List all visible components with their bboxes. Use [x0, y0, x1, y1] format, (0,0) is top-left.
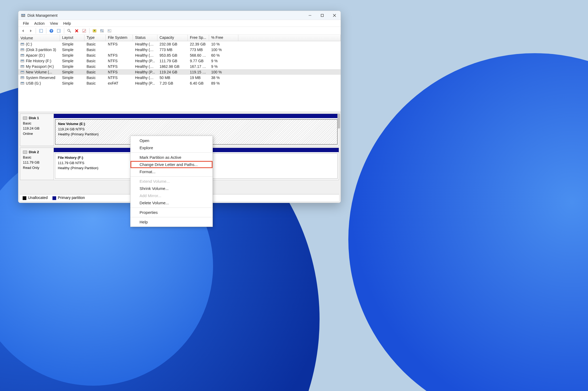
- partition-detail: 119.24 GB NTFS: [58, 127, 334, 132]
- disk-name: Disk 1: [29, 115, 39, 121]
- delete-button[interactable]: [74, 28, 80, 34]
- ctx-sep-3: [130, 207, 213, 208]
- volume-row[interactable]: (C:)SimpleBasicNTFSHealthy (B...232.08 G…: [18, 41, 341, 47]
- volume-name: New Volume (...: [26, 70, 52, 74]
- minimize-button[interactable]: [304, 11, 316, 20]
- volume-capacity: 953.85 GB: [157, 53, 188, 57]
- action-2-button[interactable]: [99, 28, 105, 34]
- menu-help[interactable]: Help: [61, 21, 74, 26]
- refresh-button[interactable]: [56, 28, 62, 34]
- col-filesystem[interactable]: File System: [106, 35, 133, 41]
- volume-row[interactable]: Apacer (D:)SimpleBasicNTFSHealthy (B...9…: [18, 52, 341, 58]
- col-pctfree[interactable]: % Free: [209, 35, 238, 41]
- ctx-format[interactable]: Format...: [130, 168, 213, 175]
- volume-list-header: Volume Layout Type File System Status Ca…: [18, 35, 341, 41]
- ctx-open[interactable]: Open: [130, 137, 213, 144]
- ctx-shrink-volume[interactable]: Shrink Volume...: [130, 185, 213, 192]
- volume-fs: exFAT: [106, 81, 133, 85]
- col-status[interactable]: Status: [133, 35, 157, 41]
- disk-type: Basic: [23, 121, 51, 126]
- scrollbar-thumb[interactable]: [337, 114, 340, 128]
- ctx-sep-4: [130, 217, 213, 217]
- disk-label[interactable]: Disk 2Basic111.79 GBRead Only: [20, 148, 54, 180]
- volume-status: Healthy (S...: [133, 76, 157, 80]
- ctx-mark-active[interactable]: Mark Partition as Active: [130, 154, 213, 161]
- help-button[interactable]: ?: [48, 28, 55, 34]
- ctx-properties[interactable]: Properties: [130, 209, 213, 216]
- volume-pctfree: 60 %: [209, 53, 238, 57]
- volume-icon: [21, 71, 24, 73]
- volume-freespace: 22.39 GB: [188, 42, 209, 46]
- svg-rect-9: [39, 29, 40, 32]
- volume-name: (Disk 3 partition 3): [26, 48, 56, 52]
- titlebar[interactable]: Disk Management: [18, 11, 341, 20]
- volume-pctfree: 89 %: [209, 81, 238, 85]
- volume-fs: NTFS: [106, 76, 133, 80]
- volume-status: Healthy (P...: [133, 81, 157, 85]
- col-layout[interactable]: Layout: [60, 35, 84, 41]
- action-3-button[interactable]: [106, 28, 113, 34]
- col-type[interactable]: Type: [84, 35, 106, 41]
- volume-type: Basic: [84, 81, 106, 85]
- ctx-sep-2: [130, 176, 213, 177]
- disk-state: Read Only: [23, 165, 51, 170]
- context-menu: Open Explore Mark Partition as Active Ch…: [130, 136, 213, 227]
- svg-rect-3: [22, 16, 25, 16]
- volume-pctfree: 10 %: [209, 42, 238, 46]
- volume-row[interactable]: (Disk 3 partition 3)SimpleBasicHealthy (…: [18, 47, 341, 52]
- volume-layout: Simple: [60, 70, 84, 74]
- col-spacer: [238, 35, 341, 41]
- volume-layout: Simple: [60, 59, 84, 63]
- ctx-help[interactable]: Help: [130, 218, 213, 226]
- back-button[interactable]: [20, 28, 26, 34]
- volume-row[interactable]: My Passport (H:)SimpleBasicNTFSHealthy (…: [18, 64, 341, 69]
- volume-freespace: 167.17 GB: [188, 64, 209, 69]
- volume-fs: NTFS: [106, 64, 133, 69]
- volume-freespace: 6.40 GB: [188, 81, 209, 85]
- menu-file[interactable]: File: [21, 21, 31, 26]
- volume-row[interactable]: File History (F:)SimpleBasicNTFSHealthy …: [18, 58, 341, 64]
- ctx-delete-volume[interactable]: Delete Volume...: [130, 199, 213, 206]
- ctx-change-drive-letter[interactable]: Change Drive Letter and Paths...: [130, 161, 213, 168]
- disk-size: 119.24 GB: [23, 126, 51, 131]
- volume-list: Volume Layout Type File System Status Ca…: [18, 35, 341, 112]
- volume-fs: NTFS: [106, 42, 133, 46]
- volume-status: Healthy (P...: [133, 59, 157, 63]
- volume-capacity: 232.08 GB: [157, 42, 188, 46]
- properties-button[interactable]: [81, 28, 87, 34]
- col-volume[interactable]: Volume: [18, 35, 60, 41]
- volume-capacity: 773 MB: [157, 48, 188, 52]
- col-freespace[interactable]: Free Sp...: [188, 35, 209, 41]
- volume-type: Basic: [84, 70, 106, 74]
- rescan-button[interactable]: [66, 28, 72, 34]
- disk-icon: [23, 117, 27, 120]
- col-capacity[interactable]: Capacity: [157, 35, 188, 41]
- volume-row[interactable]: New Volume (...SimpleBasicNTFSHealthy (P…: [18, 69, 341, 75]
- close-button[interactable]: [328, 11, 341, 20]
- volume-status: Healthy (R...: [133, 48, 157, 52]
- show-hide-tree-button[interactable]: [38, 28, 44, 34]
- volume-row[interactable]: System ReservedSimpleBasicNTFSHealthy (S…: [18, 75, 341, 80]
- volume-type: Basic: [84, 64, 106, 69]
- volume-status: Healthy (P...: [133, 70, 157, 74]
- forward-button[interactable]: [27, 28, 34, 34]
- volume-type: Basic: [84, 48, 106, 52]
- action-1-button[interactable]: [91, 28, 98, 34]
- volume-name: My Passport (H:): [26, 64, 54, 69]
- ctx-explore[interactable]: Explore: [130, 144, 213, 151]
- volume-icon: [21, 82, 24, 85]
- svg-rect-18: [83, 29, 86, 32]
- svg-rect-5: [321, 14, 324, 16]
- menu-view[interactable]: View: [47, 21, 60, 26]
- volume-freespace: 773 MB: [188, 48, 209, 52]
- volume-name: (C:): [26, 42, 32, 46]
- menu-action[interactable]: Action: [32, 21, 47, 26]
- volume-layout: Simple: [60, 81, 84, 85]
- legend-unallocated: Unallocated: [23, 196, 48, 200]
- svg-rect-13: [59, 29, 60, 32]
- volume-row[interactable]: USB (G:)SimpleBasicexFATHealthy (P...7.2…: [18, 80, 341, 86]
- volume-type: Basic: [84, 42, 106, 46]
- volume-layout: Simple: [60, 64, 84, 69]
- maximize-button[interactable]: [316, 11, 328, 20]
- disk-label[interactable]: Disk 1Basic119.24 GBOnline: [20, 114, 54, 146]
